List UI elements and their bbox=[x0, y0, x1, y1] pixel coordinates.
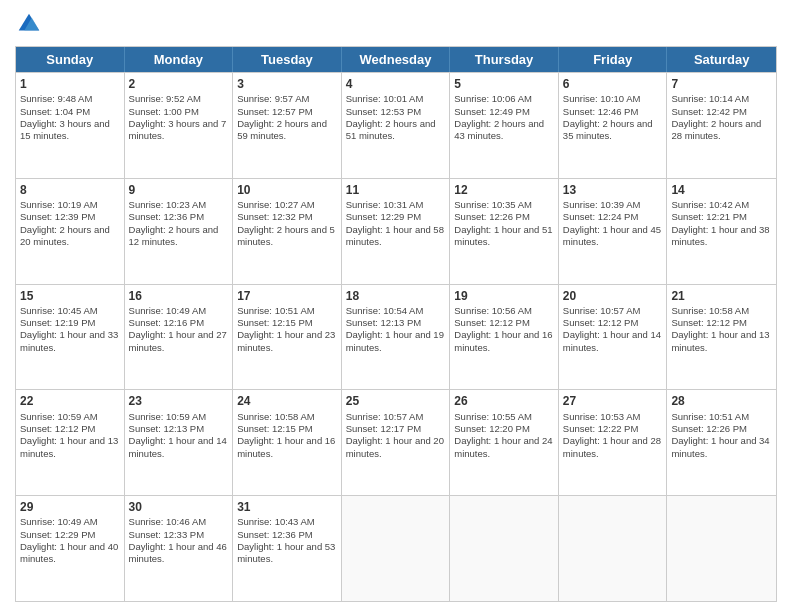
calendar-cell: 22Sunrise: 10:59 AM Sunset: 12:12 PM Day… bbox=[16, 390, 125, 495]
day-number: 2 bbox=[129, 76, 229, 92]
day-info: Sunrise: 10:23 AM Sunset: 12:36 PM Dayli… bbox=[129, 199, 229, 248]
day-info: Sunrise: 10:06 AM Sunset: 12:49 PM Dayli… bbox=[454, 93, 554, 142]
day-header-tuesday: Tuesday bbox=[233, 47, 342, 72]
day-number: 11 bbox=[346, 182, 446, 198]
day-info: Sunrise: 10:57 AM Sunset: 12:12 PM Dayli… bbox=[563, 305, 663, 354]
day-number: 18 bbox=[346, 288, 446, 304]
day-info: Sunrise: 9:48 AM Sunset: 1:04 PM Dayligh… bbox=[20, 93, 120, 142]
calendar: SundayMondayTuesdayWednesdayThursdayFrid… bbox=[15, 46, 777, 602]
day-info: Sunrise: 10:27 AM Sunset: 12:32 PM Dayli… bbox=[237, 199, 337, 248]
calendar-cell: 30Sunrise: 10:46 AM Sunset: 12:33 PM Day… bbox=[125, 496, 234, 601]
calendar-cell: 15Sunrise: 10:45 AM Sunset: 12:19 PM Day… bbox=[16, 285, 125, 390]
calendar-cell: 26Sunrise: 10:55 AM Sunset: 12:20 PM Day… bbox=[450, 390, 559, 495]
calendar-cell: 10Sunrise: 10:27 AM Sunset: 12:32 PM Day… bbox=[233, 179, 342, 284]
calendar-cell: 3Sunrise: 9:57 AM Sunset: 12:57 PM Dayli… bbox=[233, 73, 342, 178]
calendar-body: 1Sunrise: 9:48 AM Sunset: 1:04 PM Daylig… bbox=[16, 72, 776, 601]
day-number: 23 bbox=[129, 393, 229, 409]
calendar-cell: 8Sunrise: 10:19 AM Sunset: 12:39 PM Dayl… bbox=[16, 179, 125, 284]
day-number: 10 bbox=[237, 182, 337, 198]
day-header-saturday: Saturday bbox=[667, 47, 776, 72]
calendar-page: SundayMondayTuesdayWednesdayThursdayFrid… bbox=[0, 0, 792, 612]
calendar-week-3: 15Sunrise: 10:45 AM Sunset: 12:19 PM Day… bbox=[16, 284, 776, 390]
calendar-cell: 2Sunrise: 9:52 AM Sunset: 1:00 PM Daylig… bbox=[125, 73, 234, 178]
day-info: Sunrise: 10:51 AM Sunset: 12:26 PM Dayli… bbox=[671, 411, 772, 460]
day-number: 17 bbox=[237, 288, 337, 304]
day-number: 5 bbox=[454, 76, 554, 92]
calendar-cell: 27Sunrise: 10:53 AM Sunset: 12:22 PM Day… bbox=[559, 390, 668, 495]
calendar-cell: 18Sunrise: 10:54 AM Sunset: 12:13 PM Day… bbox=[342, 285, 451, 390]
day-number: 15 bbox=[20, 288, 120, 304]
day-number: 19 bbox=[454, 288, 554, 304]
day-info: Sunrise: 9:52 AM Sunset: 1:00 PM Dayligh… bbox=[129, 93, 229, 142]
calendar-cell: 24Sunrise: 10:58 AM Sunset: 12:15 PM Day… bbox=[233, 390, 342, 495]
calendar-cell bbox=[342, 496, 451, 601]
day-info: Sunrise: 10:58 AM Sunset: 12:12 PM Dayli… bbox=[671, 305, 772, 354]
page-header bbox=[15, 10, 777, 38]
day-number: 21 bbox=[671, 288, 772, 304]
day-info: Sunrise: 10:31 AM Sunset: 12:29 PM Dayli… bbox=[346, 199, 446, 248]
calendar-cell: 17Sunrise: 10:51 AM Sunset: 12:15 PM Day… bbox=[233, 285, 342, 390]
calendar-cell bbox=[450, 496, 559, 601]
day-info: Sunrise: 10:59 AM Sunset: 12:13 PM Dayli… bbox=[129, 411, 229, 460]
day-number: 12 bbox=[454, 182, 554, 198]
day-info: Sunrise: 10:43 AM Sunset: 12:36 PM Dayli… bbox=[237, 516, 337, 565]
day-number: 24 bbox=[237, 393, 337, 409]
day-header-thursday: Thursday bbox=[450, 47, 559, 72]
day-info: Sunrise: 10:56 AM Sunset: 12:12 PM Dayli… bbox=[454, 305, 554, 354]
logo-icon bbox=[15, 10, 43, 38]
calendar-cell: 29Sunrise: 10:49 AM Sunset: 12:29 PM Day… bbox=[16, 496, 125, 601]
day-info: Sunrise: 10:39 AM Sunset: 12:24 PM Dayli… bbox=[563, 199, 663, 248]
calendar-cell: 6Sunrise: 10:10 AM Sunset: 12:46 PM Dayl… bbox=[559, 73, 668, 178]
logo bbox=[15, 10, 47, 38]
calendar-cell: 19Sunrise: 10:56 AM Sunset: 12:12 PM Day… bbox=[450, 285, 559, 390]
day-number: 20 bbox=[563, 288, 663, 304]
calendar-cell: 1Sunrise: 9:48 AM Sunset: 1:04 PM Daylig… bbox=[16, 73, 125, 178]
calendar-week-5: 29Sunrise: 10:49 AM Sunset: 12:29 PM Day… bbox=[16, 495, 776, 601]
day-number: 16 bbox=[129, 288, 229, 304]
day-info: Sunrise: 10:01 AM Sunset: 12:53 PM Dayli… bbox=[346, 93, 446, 142]
day-info: Sunrise: 10:51 AM Sunset: 12:15 PM Dayli… bbox=[237, 305, 337, 354]
calendar-cell: 14Sunrise: 10:42 AM Sunset: 12:21 PM Day… bbox=[667, 179, 776, 284]
day-info: Sunrise: 10:57 AM Sunset: 12:17 PM Dayli… bbox=[346, 411, 446, 460]
calendar-cell: 5Sunrise: 10:06 AM Sunset: 12:49 PM Dayl… bbox=[450, 73, 559, 178]
calendar-header-row: SundayMondayTuesdayWednesdayThursdayFrid… bbox=[16, 47, 776, 72]
calendar-cell: 25Sunrise: 10:57 AM Sunset: 12:17 PM Day… bbox=[342, 390, 451, 495]
day-info: Sunrise: 10:53 AM Sunset: 12:22 PM Dayli… bbox=[563, 411, 663, 460]
calendar-cell: 7Sunrise: 10:14 AM Sunset: 12:42 PM Dayl… bbox=[667, 73, 776, 178]
calendar-week-4: 22Sunrise: 10:59 AM Sunset: 12:12 PM Day… bbox=[16, 389, 776, 495]
day-number: 3 bbox=[237, 76, 337, 92]
day-info: Sunrise: 10:58 AM Sunset: 12:15 PM Dayli… bbox=[237, 411, 337, 460]
day-header-monday: Monday bbox=[125, 47, 234, 72]
day-info: Sunrise: 10:49 AM Sunset: 12:29 PM Dayli… bbox=[20, 516, 120, 565]
day-info: Sunrise: 10:45 AM Sunset: 12:19 PM Dayli… bbox=[20, 305, 120, 354]
day-number: 13 bbox=[563, 182, 663, 198]
day-number: 4 bbox=[346, 76, 446, 92]
calendar-cell: 21Sunrise: 10:58 AM Sunset: 12:12 PM Day… bbox=[667, 285, 776, 390]
calendar-cell: 13Sunrise: 10:39 AM Sunset: 12:24 PM Day… bbox=[559, 179, 668, 284]
calendar-week-2: 8Sunrise: 10:19 AM Sunset: 12:39 PM Dayl… bbox=[16, 178, 776, 284]
calendar-cell: 28Sunrise: 10:51 AM Sunset: 12:26 PM Day… bbox=[667, 390, 776, 495]
day-number: 7 bbox=[671, 76, 772, 92]
calendar-week-1: 1Sunrise: 9:48 AM Sunset: 1:04 PM Daylig… bbox=[16, 72, 776, 178]
day-number: 8 bbox=[20, 182, 120, 198]
day-number: 30 bbox=[129, 499, 229, 515]
calendar-cell bbox=[667, 496, 776, 601]
day-number: 9 bbox=[129, 182, 229, 198]
day-number: 22 bbox=[20, 393, 120, 409]
day-info: Sunrise: 10:54 AM Sunset: 12:13 PM Dayli… bbox=[346, 305, 446, 354]
day-info: Sunrise: 10:10 AM Sunset: 12:46 PM Dayli… bbox=[563, 93, 663, 142]
calendar-cell: 16Sunrise: 10:49 AM Sunset: 12:16 PM Day… bbox=[125, 285, 234, 390]
day-info: Sunrise: 10:55 AM Sunset: 12:20 PM Dayli… bbox=[454, 411, 554, 460]
day-number: 28 bbox=[671, 393, 772, 409]
day-info: Sunrise: 10:14 AM Sunset: 12:42 PM Dayli… bbox=[671, 93, 772, 142]
day-info: Sunrise: 10:49 AM Sunset: 12:16 PM Dayli… bbox=[129, 305, 229, 354]
calendar-cell: 20Sunrise: 10:57 AM Sunset: 12:12 PM Day… bbox=[559, 285, 668, 390]
calendar-cell: 23Sunrise: 10:59 AM Sunset: 12:13 PM Day… bbox=[125, 390, 234, 495]
day-number: 26 bbox=[454, 393, 554, 409]
day-info: Sunrise: 10:42 AM Sunset: 12:21 PM Dayli… bbox=[671, 199, 772, 248]
day-info: Sunrise: 10:19 AM Sunset: 12:39 PM Dayli… bbox=[20, 199, 120, 248]
calendar-cell bbox=[559, 496, 668, 601]
day-number: 29 bbox=[20, 499, 120, 515]
calendar-cell: 9Sunrise: 10:23 AM Sunset: 12:36 PM Dayl… bbox=[125, 179, 234, 284]
day-header-wednesday: Wednesday bbox=[342, 47, 451, 72]
